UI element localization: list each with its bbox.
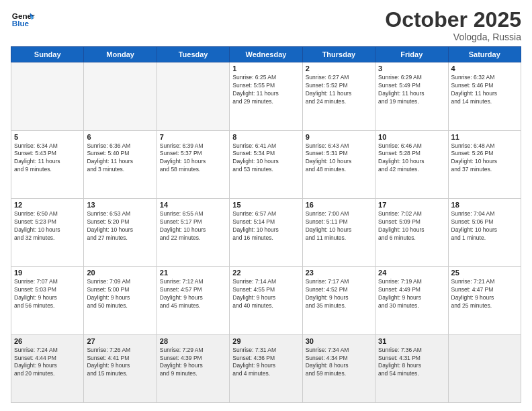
- day-info: Sunrise: 7:02 AM Sunset: 5:09 PM Dayligh…: [378, 210, 445, 242]
- day-number: 16: [306, 201, 372, 209]
- logo-icon: General Blue: [11, 8, 35, 32]
- day-info: Sunrise: 7:36 AM Sunset: 4:31 PM Dayligh…: [378, 347, 445, 379]
- day-info: Sunrise: 6:46 AM Sunset: 5:28 PM Dayligh…: [378, 142, 445, 175]
- day-cell: 23Sunrise: 7:17 AM Sunset: 4:52 PM Dayli…: [302, 267, 375, 334]
- day-number: 29: [232, 337, 299, 345]
- day-info: Sunrise: 6:27 AM Sunset: 5:52 PM Dayligh…: [306, 74, 372, 106]
- page: General Blue October 2025 Vologda, Russi…: [0, 0, 532, 411]
- week-row-0: 1Sunrise: 6:25 AM Sunset: 5:55 PM Daylig…: [11, 62, 521, 130]
- day-number: 8: [232, 133, 299, 141]
- day-info: Sunrise: 7:00 AM Sunset: 5:11 PM Dayligh…: [306, 210, 372, 242]
- day-number: 15: [232, 201, 299, 209]
- day-cell: 4Sunrise: 6:32 AM Sunset: 5:46 PM Daylig…: [448, 62, 521, 130]
- day-cell: 24Sunrise: 7:19 AM Sunset: 4:49 PM Dayli…: [375, 267, 448, 334]
- week-row-4: 26Sunrise: 7:24 AM Sunset: 4:44 PM Dayli…: [11, 334, 521, 402]
- day-cell: 16Sunrise: 7:00 AM Sunset: 5:11 PM Dayli…: [302, 198, 375, 266]
- day-cell: 1Sunrise: 6:25 AM Sunset: 5:55 PM Daylig…: [230, 62, 302, 130]
- day-cell: 29Sunrise: 7:31 AM Sunset: 4:36 PM Dayli…: [230, 334, 302, 402]
- day-cell: 17Sunrise: 7:02 AM Sunset: 5:09 PM Dayli…: [375, 198, 448, 266]
- day-info: Sunrise: 7:29 AM Sunset: 4:39 PM Dayligh…: [160, 347, 226, 379]
- day-cell: 30Sunrise: 7:34 AM Sunset: 4:34 PM Dayli…: [302, 334, 375, 402]
- day-number: 10: [378, 133, 445, 141]
- day-info: Sunrise: 6:25 AM Sunset: 5:55 PM Dayligh…: [232, 74, 299, 106]
- week-row-3: 19Sunrise: 7:07 AM Sunset: 5:03 PM Dayli…: [11, 267, 521, 334]
- day-number: 9: [306, 133, 372, 141]
- day-cell: [84, 62, 157, 130]
- day-cell: [11, 62, 84, 130]
- day-info: Sunrise: 6:32 AM Sunset: 5:46 PM Dayligh…: [451, 74, 518, 106]
- day-number: 24: [378, 269, 445, 277]
- day-header-thursday: Thursday: [302, 47, 375, 62]
- day-cell: 27Sunrise: 7:26 AM Sunset: 4:41 PM Dayli…: [84, 334, 157, 402]
- day-info: Sunrise: 7:17 AM Sunset: 4:52 PM Dayligh…: [306, 278, 372, 310]
- day-number: 3: [378, 64, 445, 73]
- day-info: Sunrise: 7:14 AM Sunset: 4:55 PM Dayligh…: [232, 278, 299, 310]
- day-cell: 21Sunrise: 7:12 AM Sunset: 4:57 PM Dayli…: [157, 267, 229, 334]
- day-number: 25: [451, 269, 518, 277]
- day-cell: 31Sunrise: 7:36 AM Sunset: 4:31 PM Dayli…: [375, 334, 448, 402]
- day-info: Sunrise: 7:04 AM Sunset: 5:06 PM Dayligh…: [451, 210, 518, 242]
- day-number: 5: [14, 133, 81, 141]
- day-number: 19: [14, 269, 81, 277]
- day-info: Sunrise: 6:41 AM Sunset: 5:34 PM Dayligh…: [232, 142, 299, 175]
- day-info: Sunrise: 7:12 AM Sunset: 4:57 PM Dayligh…: [160, 278, 226, 310]
- day-info: Sunrise: 6:34 AM Sunset: 5:43 PM Dayligh…: [14, 142, 81, 175]
- day-info: Sunrise: 6:53 AM Sunset: 5:20 PM Dayligh…: [87, 210, 153, 242]
- svg-text:Blue: Blue: [12, 19, 30, 28]
- day-cell: 15Sunrise: 6:57 AM Sunset: 5:14 PM Dayli…: [230, 198, 302, 266]
- day-info: Sunrise: 6:57 AM Sunset: 5:14 PM Dayligh…: [232, 210, 299, 242]
- day-cell: 8Sunrise: 6:41 AM Sunset: 5:34 PM Daylig…: [230, 130, 302, 198]
- day-number: 18: [451, 201, 518, 209]
- day-number: 23: [306, 269, 372, 277]
- day-cell: 25Sunrise: 7:21 AM Sunset: 4:47 PM Dayli…: [448, 267, 521, 334]
- day-info: Sunrise: 6:29 AM Sunset: 5:49 PM Dayligh…: [378, 74, 445, 106]
- day-number: 11: [451, 133, 518, 141]
- day-cell: 10Sunrise: 6:46 AM Sunset: 5:28 PM Dayli…: [375, 130, 448, 198]
- day-number: 7: [160, 133, 226, 141]
- day-number: 31: [378, 337, 445, 345]
- day-header-saturday: Saturday: [448, 47, 521, 62]
- day-info: Sunrise: 6:55 AM Sunset: 5:17 PM Dayligh…: [160, 210, 226, 242]
- day-cell: 6Sunrise: 6:36 AM Sunset: 5:40 PM Daylig…: [84, 130, 157, 198]
- calendar-header-row: SundayMondayTuesdayWednesdayThursdayFrid…: [11, 47, 521, 62]
- day-info: Sunrise: 7:07 AM Sunset: 5:03 PM Dayligh…: [14, 278, 81, 310]
- day-cell: [157, 62, 229, 130]
- day-number: 20: [87, 269, 153, 277]
- day-cell: 18Sunrise: 7:04 AM Sunset: 5:06 PM Dayli…: [448, 198, 521, 266]
- day-info: Sunrise: 7:34 AM Sunset: 4:34 PM Dayligh…: [306, 347, 372, 379]
- day-info: Sunrise: 6:50 AM Sunset: 5:23 PM Dayligh…: [14, 210, 81, 242]
- week-row-2: 12Sunrise: 6:50 AM Sunset: 5:23 PM Dayli…: [11, 198, 521, 266]
- header: General Blue October 2025 Vologda, Russi…: [11, 8, 521, 42]
- day-info: Sunrise: 7:19 AM Sunset: 4:49 PM Dayligh…: [378, 278, 445, 310]
- calendar-table: SundayMondayTuesdayWednesdayThursdayFrid…: [11, 46, 521, 403]
- day-cell: [448, 334, 521, 402]
- day-number: 12: [14, 201, 81, 209]
- day-cell: 9Sunrise: 6:43 AM Sunset: 5:31 PM Daylig…: [302, 130, 375, 198]
- day-number: 27: [87, 337, 153, 345]
- day-info: Sunrise: 6:39 AM Sunset: 5:37 PM Dayligh…: [160, 142, 226, 175]
- day-header-friday: Friday: [375, 47, 448, 62]
- day-number: 21: [160, 269, 226, 277]
- day-cell: 5Sunrise: 6:34 AM Sunset: 5:43 PM Daylig…: [11, 130, 84, 198]
- day-number: 17: [378, 201, 445, 209]
- day-number: 14: [160, 201, 226, 209]
- day-number: 2: [306, 64, 372, 73]
- day-number: 26: [14, 337, 81, 345]
- title-block: October 2025 Vologda, Russia: [385, 8, 521, 42]
- location: Vologda, Russia: [385, 32, 521, 42]
- day-cell: 19Sunrise: 7:07 AM Sunset: 5:03 PM Dayli…: [11, 267, 84, 334]
- day-cell: 2Sunrise: 6:27 AM Sunset: 5:52 PM Daylig…: [302, 62, 375, 130]
- day-info: Sunrise: 6:36 AM Sunset: 5:40 PM Dayligh…: [87, 142, 153, 175]
- day-cell: 7Sunrise: 6:39 AM Sunset: 5:37 PM Daylig…: [157, 130, 229, 198]
- day-number: 4: [451, 64, 518, 73]
- day-cell: 20Sunrise: 7:09 AM Sunset: 5:00 PM Dayli…: [84, 267, 157, 334]
- day-header-sunday: Sunday: [11, 47, 84, 62]
- day-number: 13: [87, 201, 153, 209]
- logo: General Blue: [11, 8, 35, 32]
- month-title: October 2025: [385, 8, 521, 32]
- day-cell: 28Sunrise: 7:29 AM Sunset: 4:39 PM Dayli…: [157, 334, 229, 402]
- day-header-wednesday: Wednesday: [230, 47, 302, 62]
- day-number: 28: [160, 337, 226, 345]
- day-cell: 3Sunrise: 6:29 AM Sunset: 5:49 PM Daylig…: [375, 62, 448, 130]
- day-info: Sunrise: 7:31 AM Sunset: 4:36 PM Dayligh…: [232, 347, 299, 379]
